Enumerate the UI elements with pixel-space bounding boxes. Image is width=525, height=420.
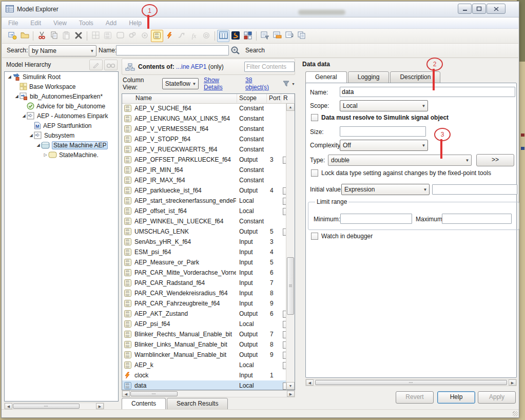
table-row-aep-v-stopp-f64[interactable]: 101010AEP_V_STOPP_f64Constant xyxy=(122,134,286,144)
tree-item-state-machine-aep[interactable]: ◢State Machine AEP xyxy=(5,140,118,150)
table-row-clock[interactable]: clockInput1 xyxy=(122,370,286,380)
expanded-arrow-icon[interactable]: ◢ xyxy=(35,143,41,147)
edit-pencil-icon[interactable] xyxy=(89,60,103,70)
table-row-aep-ir-max-f64[interactable]: 101010AEP_IR_MAX_f64Constant xyxy=(122,175,286,185)
table-row-aep-v-suche-f64[interactable]: 101010AEP_V_SUCHE_f64Constant xyxy=(122,103,286,113)
column-header-scope[interactable]: Scope xyxy=(237,94,267,103)
table-row-par-car-wendekreisradius-f64[interactable]: 101010PAR_CAR_Wendekreisradius_f64Input8 xyxy=(122,288,286,298)
filter-contents-input[interactable] xyxy=(244,62,295,72)
complexity-combobox[interactable]: Off▼ xyxy=(340,140,428,151)
tree-item-advice-for-bib-autonome[interactable]: Advice for bib_Autonome xyxy=(5,101,118,111)
initial-value-combobox[interactable]: Expression▼ xyxy=(341,184,430,195)
add-data-button[interactable]: 101010 xyxy=(151,30,163,42)
copy-contents-button[interactable] xyxy=(296,30,308,42)
table-row-warnblincker-manual-enable-bit[interactable]: 101010Warnblincker_Manual_Enable_bitOutp… xyxy=(122,350,286,360)
table-row-par-car-fahrzeugbreite-f64[interactable]: 101010PAR_CAR_Fahrzeugbreite_f64Input9 xyxy=(122,298,286,309)
table-header[interactable]: NameScopePortR xyxy=(122,94,295,104)
table-row-aep-lenkung-max-links-f64[interactable]: 101010AEP_LENKUNG_MAX_LINKS_f64Constant xyxy=(122,113,286,124)
open-library-button[interactable] xyxy=(242,30,254,42)
table-row-aep-ir-min-f64[interactable]: 101010AEP_IR_MIN_f64Constant xyxy=(122,165,286,175)
tree-item-simulink-root[interactable]: ◢Simulink Root xyxy=(5,72,118,82)
search-type-combobox[interactable]: by Name▼ xyxy=(29,45,96,56)
tab-contents[interactable]: Contents xyxy=(122,398,166,410)
scope-combobox[interactable]: Local▼ xyxy=(340,100,428,111)
table-row-data[interactable]: 101010dataLocal xyxy=(122,380,286,390)
watch-checkbox[interactable] xyxy=(311,233,318,240)
scroll-left-icon[interactable]: ◀ xyxy=(306,379,314,386)
menu-tools[interactable]: Tools xyxy=(73,20,100,27)
menu-edit[interactable]: Edit xyxy=(24,20,47,27)
tree-item-bib-autonomeseinparken[interactable]: ◢bib_AutonomesEinparken* xyxy=(5,91,118,101)
filter-contents-button[interactable] xyxy=(259,30,271,42)
scroll-left-icon[interactable]: ◀ xyxy=(122,391,130,397)
table-row-senabs-yhr-k-f64[interactable]: 101010SenAbs_yHR_K_f64Input3 xyxy=(122,237,286,247)
show-details-link[interactable]: Show Details xyxy=(204,77,238,91)
type-editor-button[interactable]: >> xyxy=(476,154,514,166)
table-row-aep-k[interactable]: 101010AEP_kLocal xyxy=(122,360,286,370)
revert-button[interactable]: Revert xyxy=(396,391,434,404)
expanded-arrow-icon[interactable]: ◢ xyxy=(14,94,20,99)
column-view-combobox[interactable]: Stateflow▼ xyxy=(162,78,199,89)
open-model-button[interactable] xyxy=(18,30,31,42)
expanded-arrow-icon[interactable]: ◢ xyxy=(7,74,12,79)
search-icon[interactable] xyxy=(230,45,241,57)
add-event-button[interactable] xyxy=(163,30,176,42)
minimize-button[interactable] xyxy=(458,4,472,14)
table-row-umschlag-lenk[interactable]: 101010UMSCHLAG_LENKOutput5 xyxy=(122,226,286,237)
highlight-contents-button[interactable] xyxy=(271,30,283,42)
menu-view[interactable]: View xyxy=(47,20,73,27)
maximum-input[interactable] xyxy=(442,214,512,224)
menu-help[interactable]: Help xyxy=(123,20,148,27)
table-vertical-scrollbar[interactable]: ▲ ▼ xyxy=(286,103,295,390)
scroll-right-icon[interactable]: ▶ xyxy=(287,391,295,397)
object-count-link[interactable]: 38 object(s) xyxy=(245,77,276,91)
open-simulink-button[interactable] xyxy=(229,30,242,42)
contents-of-link[interactable]: ...ine AEP1 xyxy=(176,63,206,70)
table-row-aep-psi-f64[interactable]: 101010AEP_psi_f64Local xyxy=(122,319,286,329)
toggle-column-view-button[interactable] xyxy=(217,30,229,42)
table-row-aep-akt-zustand[interactable]: 101010AEP_AKT_ZustandOutput6 xyxy=(122,309,286,319)
expanded-arrow-icon[interactable]: ◢ xyxy=(21,113,27,118)
title-bar[interactable]: Model Explorer xyxy=(2,2,519,17)
type-combobox[interactable]: double▼ xyxy=(328,155,472,166)
dialog-tab-logging[interactable]: Logging xyxy=(348,71,390,83)
table-row-aep-offset-parkluecke-f64[interactable]: 101010AEP_OFFSET_PARKLUECKE_f64Output3 xyxy=(122,155,286,165)
lock-checkbox-row[interactable]: Lock data type setting against changes b… xyxy=(311,169,491,177)
expanded-arrow-icon[interactable]: ◢ xyxy=(28,133,34,138)
table-row-aep-measure-or-park[interactable]: 101010AEP_Measure_or_ParkInput5 xyxy=(122,257,286,268)
table-row-aep-parkluecke-ist-f64[interactable]: 101010AEP_parkluecke_ist_f64Output4 xyxy=(122,185,286,196)
search-name-input[interactable] xyxy=(116,45,229,55)
tree-item-aep-startfunktion[interactable]: MAEP Startfunktion xyxy=(5,121,118,130)
contents-horizontal-scrollbar[interactable]: ◀ ▶ xyxy=(122,390,295,397)
table-row-aep-v-rueckwaerts-f64[interactable]: 101010AEP_V_RUECKWAERTS_f64Constant xyxy=(122,144,286,155)
copy-button[interactable] xyxy=(48,30,60,42)
minimum-input[interactable] xyxy=(340,214,412,224)
tree-item-statemachine[interactable]: ▷StateMachine. xyxy=(5,150,118,160)
size-input[interactable] xyxy=(340,126,426,137)
lock-checkbox[interactable] xyxy=(311,169,318,177)
tree-item-base-workspace[interactable]: Base Workspace xyxy=(5,82,118,91)
table-row-esm-psi-f64[interactable]: 101010ESM_psi_f64Input4 xyxy=(122,247,286,257)
tab-search-results[interactable]: Search Results xyxy=(167,398,228,410)
help-button[interactable]: Help xyxy=(437,391,475,404)
resize-grip[interactable] xyxy=(513,411,518,416)
delete-button[interactable] xyxy=(72,30,85,42)
sync-hierarchy-button[interactable] xyxy=(283,30,296,42)
column-header-name[interactable]: Name xyxy=(133,94,237,103)
dialog-horizontal-scrollbar[interactable]: ◀ ▶ xyxy=(305,379,517,386)
scroll-down-icon[interactable]: ▼ xyxy=(286,382,295,390)
table-row-aep-offset-ist-f64[interactable]: 101010AEP_offset_ist_f64Local xyxy=(122,206,286,216)
restore-button[interactable] xyxy=(472,4,486,14)
glasses-icon[interactable] xyxy=(104,60,118,70)
scroll-right-icon[interactable]: ▶ xyxy=(96,403,104,409)
resolve-checkbox[interactable] xyxy=(311,114,318,121)
data-name-input[interactable] xyxy=(340,87,515,97)
column-header-r[interactable]: R xyxy=(281,94,295,103)
resolve-checkbox-row[interactable]: Data must resolve to Simulink signal obj… xyxy=(311,114,449,121)
menu-file[interactable]: File xyxy=(2,20,24,27)
tree-item-subsystem[interactable]: ◢Subsystem xyxy=(5,130,118,140)
filter-options-icon[interactable]: ▼ xyxy=(282,80,295,87)
table-row-aep-v-vermessen-f64[interactable]: 101010AEP_V_VERMESSEN_f64Constant xyxy=(122,124,286,134)
column-header-port[interactable]: Port xyxy=(267,94,281,103)
table-row-par-car-radstand-f64[interactable]: 101010PAR_CAR_Radstand_f64Input7 xyxy=(122,278,286,288)
